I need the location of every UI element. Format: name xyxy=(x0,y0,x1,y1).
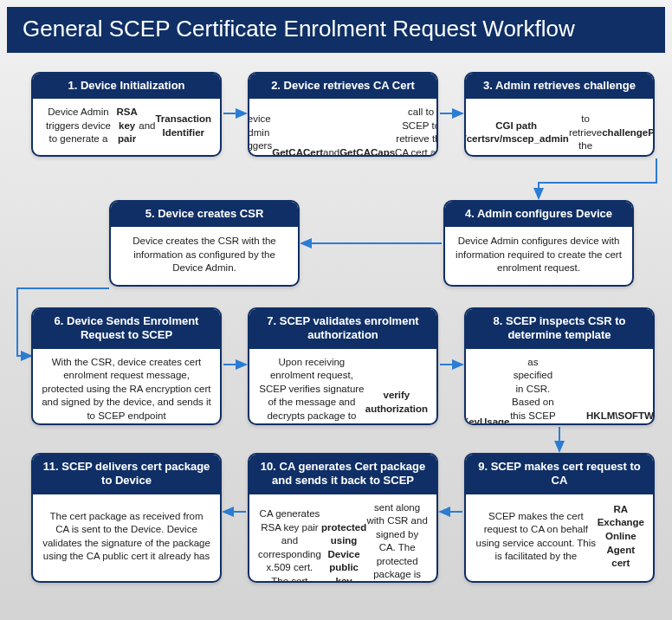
step-10-ca-generates-cert-package: 10. CA generates Cert package and sends … xyxy=(248,453,438,583)
step-body: SCEP makes the cert request to CA on beh… xyxy=(466,494,653,582)
step-4-admin-configures-device: 4. Admin configures Device Device Admin … xyxy=(443,200,634,287)
step-body: CA generates RSA key pair and correspond… xyxy=(249,494,436,584)
step-6-device-sends-enrolment-request: 6. Device Sends Enrolment Request to SCE… xyxy=(31,307,222,425)
step-title: 2. Device retrieves CA Cert xyxy=(249,74,436,99)
step-title: 1. Device Initialization xyxy=(33,74,220,99)
step-11-scep-delivers-cert-package: 11. SCEP delivers cert package to Device… xyxy=(31,453,222,583)
step-title: 4. Admin configures Device xyxy=(445,202,632,227)
step-body: The cert package as received from CA is … xyxy=(33,494,220,582)
step-body: Device Admin configures device with info… xyxy=(445,227,632,285)
step-7-scep-validates-authorization: 7. SCEP validates enrolment authorizatio… xyxy=(248,307,438,425)
diagram-title: General SCEP Certificate Enrolment Reque… xyxy=(7,7,665,53)
step-9-scep-makes-cert-request: 9. SCEP makes cert request to CA SCEP ma… xyxy=(464,453,655,583)
step-title: 10. CA generates Cert package and sends … xyxy=(249,455,436,494)
step-title: 7. SCEP validates enrolment authorizatio… xyxy=(249,309,436,349)
step-8-scep-inspects-csr: 8. SCEP inspects CSR to determine templa… xyxy=(464,307,655,425)
step-1-device-initialization: 1. Device Initialization Device Admin tr… xyxy=(31,72,222,157)
step-3-admin-retrieves-challenge: 3. Admin retrieves challenge Device Admi… xyxy=(464,72,655,157)
step-2-device-retrieves-ca-cert: 2. Device retrieves CA Cert Device Admin… xyxy=(248,72,438,157)
step-body: Upon receiving enrolment request, SCEP v… xyxy=(249,349,436,426)
step-body: Device creates the CSR with the informat… xyxy=(111,227,298,285)
step-5-device-creates-csr: 5. Device creates CSR Device creates the… xyxy=(109,200,300,287)
step-body: Device Admin navigates to CGI path /cert… xyxy=(466,99,653,157)
step-body: Device Admin triggers device to generate… xyxy=(33,99,220,155)
step-title: 5. Device creates CSR xyxy=(111,202,298,227)
workflow-canvas: 1. Device Initialization Device Admin tr… xyxy=(0,53,672,620)
step-body: With the CSR, device creates cert enrolm… xyxy=(33,349,220,426)
step-body: Device Admin triggers device to make a G… xyxy=(249,99,436,157)
step-title: 3. Admin retrieves challenge xyxy=(466,74,653,99)
step-title: 11. SCEP delivers cert package to Device xyxy=(33,455,220,494)
step-body: Template is determined by the KeyUsage a… xyxy=(466,349,653,426)
step-title: 6. Device Sends Enrolment Request to SCE… xyxy=(33,309,220,349)
step-title: 8. SCEP inspects CSR to determine templa… xyxy=(466,309,653,349)
step-title: 9. SCEP makes cert request to CA xyxy=(466,455,653,494)
